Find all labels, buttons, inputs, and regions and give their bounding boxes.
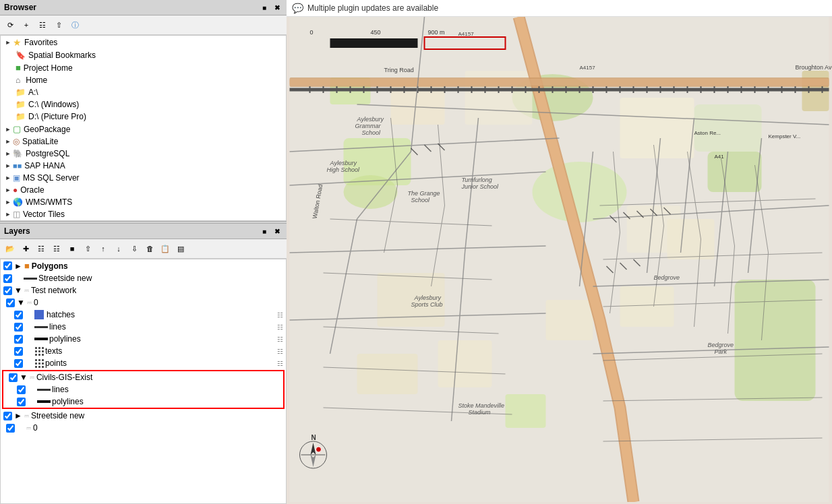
browser-item-wms-wmts[interactable]: ► 🌎 WMS/WMTS bbox=[1, 196, 286, 208]
browser-item-c-drive[interactable]: ► 📁 C:\ (Windows) bbox=[1, 98, 286, 111]
hatches-filter-icon[interactable]: ☷ bbox=[277, 311, 283, 319]
layer-streetside-1-checkbox[interactable] bbox=[3, 274, 12, 283]
group-0-2-icon: ⎓ bbox=[26, 423, 31, 433]
group-0-icon: ⎓ bbox=[27, 298, 32, 307]
layers-remove-btn[interactable]: 🗑 bbox=[142, 241, 157, 256]
layer-streetside-2-checkbox[interactable] bbox=[3, 412, 12, 420]
layers-header: Layers ■ ✖ bbox=[0, 224, 287, 239]
browser-item-spatial-bookmarks[interactable]: ► 🔖 Spatial Bookmarks bbox=[1, 49, 286, 61]
texts-filter-icon[interactable]: ☷ bbox=[277, 348, 283, 355]
browser-item-d-drive[interactable]: ► 📁 D:\ (Picture Pro) bbox=[1, 111, 286, 123]
svg-rect-6 bbox=[735, 280, 816, 401]
layers-open-table-btn[interactable]: 📋 bbox=[158, 241, 173, 256]
svg-text:Kempster V...: Kempster V... bbox=[769, 133, 801, 139]
browser-item-ms-sql[interactable]: ► ▣ MS SQL Server bbox=[1, 172, 286, 184]
layer-civils-lines[interactable]: lines bbox=[3, 383, 283, 396]
layers-new-group-btn[interactable]: ✚ bbox=[18, 241, 33, 256]
layers-move-top-btn[interactable]: ⇧ bbox=[80, 241, 95, 256]
browser-item-spatialite[interactable]: ► ◎ SpatiaLite bbox=[1, 135, 286, 148]
polylines-filter-icon[interactable]: ☷ bbox=[277, 336, 283, 343]
layer-test-network-checkbox[interactable] bbox=[3, 286, 12, 295]
group-0-arrow: ▼ bbox=[17, 298, 25, 307]
layer-group-0-2-checkbox[interactable] bbox=[6, 424, 15, 433]
layer-streetside-new-2[interactable]: ► ⎓ Streetside new bbox=[1, 410, 286, 422]
layers-filter3-btn[interactable]: ■ bbox=[65, 241, 80, 256]
map-area[interactable]: Walton Road Tring Road A4157 Broughton A… bbox=[287, 17, 832, 502]
layers-move-up-btn[interactable]: ↑ bbox=[96, 241, 111, 256]
svg-rect-22 bbox=[290, 79, 829, 86]
svg-text:Stoke Mandeville: Stoke Mandeville bbox=[458, 402, 505, 409]
layer-civils-polylines-checkbox[interactable] bbox=[17, 398, 26, 406]
project-home-label: Project Home bbox=[24, 63, 73, 73]
browser-collapse-btn[interactable]: ⇧ bbox=[51, 18, 66, 32]
layer-polylines-checkbox[interactable] bbox=[14, 335, 23, 344]
browser-item-home[interactable]: ► ⌂ Home bbox=[1, 74, 286, 86]
svg-text:0: 0 bbox=[310, 29, 314, 36]
postgresql-icon: 🐘 bbox=[13, 149, 23, 158]
browser-item-vector-tiles[interactable]: ► ◫ Vector Tiles bbox=[1, 208, 286, 220]
browser-toolbar: ⟳ + ☷ ⇧ ⓘ bbox=[0, 15, 287, 35]
layer-points[interactable]: points ☷ bbox=[1, 357, 286, 369]
layers-open-btn[interactable]: 📂 bbox=[3, 241, 18, 256]
layer-points-checkbox[interactable] bbox=[14, 359, 23, 368]
layer-hatches[interactable]: hatches ☷ bbox=[1, 309, 286, 321]
layers-close-icon[interactable]: ✖ bbox=[272, 226, 283, 237]
browser-filter-btn[interactable]: ☷ bbox=[35, 18, 50, 32]
svg-text:The Grange: The Grange bbox=[408, 190, 440, 197]
layers-filter2-btn[interactable]: ☷ bbox=[49, 241, 64, 256]
svg-text:A4157: A4157 bbox=[580, 65, 596, 71]
layer-polylines[interactable]: polylines ☷ bbox=[1, 333, 286, 345]
notification-bar[interactable]: 💬 Multiple plugin updates are available bbox=[287, 0, 832, 17]
layers-move-down-btn[interactable]: ↓ bbox=[111, 241, 126, 256]
layer-civils-lines-checkbox[interactable] bbox=[17, 385, 26, 394]
civils-lines-label: lines bbox=[52, 385, 69, 394]
svg-text:Bedgrove: Bedgrove bbox=[654, 274, 680, 281]
svg-rect-9 bbox=[694, 104, 762, 152]
layers-move-bottom-btn[interactable]: ⇩ bbox=[127, 241, 142, 256]
layers-stats-btn[interactable]: ▤ bbox=[173, 241, 188, 256]
layer-texts[interactable]: texts ☷ bbox=[1, 345, 286, 357]
svg-text:Aston Re...: Aston Re... bbox=[694, 130, 721, 136]
points-label: points bbox=[45, 358, 67, 368]
points-filter-icon[interactable]: ☷ bbox=[277, 360, 283, 367]
layer-test-network[interactable]: ▼ ⎓ Test network bbox=[1, 284, 286, 296]
browser-item-favorites[interactable]: ► ★ Favorites bbox=[1, 36, 286, 49]
svg-text:Broughton Avenue: Broughton Avenue bbox=[796, 64, 833, 71]
svg-text:Tring Road: Tring Road bbox=[384, 67, 414, 73]
layer-texts-checkbox[interactable] bbox=[14, 347, 23, 356]
layer-group-0[interactable]: ▼ ⎓ 0 bbox=[1, 296, 286, 309]
layer-lines[interactable]: lines ☷ bbox=[1, 321, 286, 333]
layers-filter-btn[interactable]: ☷ bbox=[34, 241, 49, 256]
browser-minimize-icon[interactable]: ■ bbox=[259, 2, 270, 13]
layer-streetside-new-1[interactable]: Streetside new bbox=[1, 272, 286, 284]
browser-refresh-btn[interactable]: ⟳ bbox=[3, 18, 18, 32]
browser-info-btn[interactable]: ⓘ bbox=[67, 18, 82, 32]
layer-polygons[interactable]: ► ■ Polygons bbox=[1, 259, 286, 272]
svg-rect-19 bbox=[620, 286, 674, 327]
svg-text:A41: A41 bbox=[715, 154, 725, 160]
browser-item-project-home[interactable]: ► ■ Project Home bbox=[1, 61, 286, 74]
browser-item-postgresql[interactable]: ► 🐘 PostgreSQL bbox=[1, 148, 286, 160]
c-drive-arrow: ► bbox=[6, 101, 16, 108]
browser-item-sap-hana[interactable]: ► ■■ SAP HANA bbox=[1, 160, 286, 172]
wms-wmts-arrow: ► bbox=[3, 199, 13, 206]
layers-minimize-icon[interactable]: ■ bbox=[259, 226, 270, 237]
svg-rect-17 bbox=[438, 340, 492, 387]
browser-item-a-drive[interactable]: ► 📁 A:\ bbox=[1, 86, 286, 98]
layer-lines-checkbox[interactable] bbox=[14, 323, 23, 332]
browser-item-geopackage[interactable]: ► ▢ GeoPackage bbox=[1, 123, 286, 135]
layer-group-0-checkbox[interactable] bbox=[6, 298, 15, 307]
browser-item-oracle[interactable]: ► ● Oracle bbox=[1, 184, 286, 196]
lines-filter-icon[interactable]: ☷ bbox=[277, 323, 283, 331]
lines-icon bbox=[34, 326, 48, 328]
layer-hatches-checkbox[interactable] bbox=[14, 311, 23, 319]
browser-close-icon[interactable]: ✖ bbox=[272, 2, 283, 13]
layer-civils-checkbox[interactable] bbox=[9, 373, 18, 382]
layer-civils-gis-exist[interactable]: ▼ ⎓ Civils-GIS-Exist bbox=[3, 371, 283, 383]
layer-polygons-checkbox[interactable] bbox=[3, 261, 12, 270]
svg-text:Sports Club: Sports Club bbox=[411, 301, 443, 308]
svg-rect-13 bbox=[620, 98, 694, 158]
browser-new-connection-btn[interactable]: + bbox=[19, 18, 34, 32]
layer-civils-polylines[interactable]: polylines bbox=[3, 396, 283, 408]
layer-group-0-2[interactable]: ⎓ 0 bbox=[1, 422, 286, 434]
